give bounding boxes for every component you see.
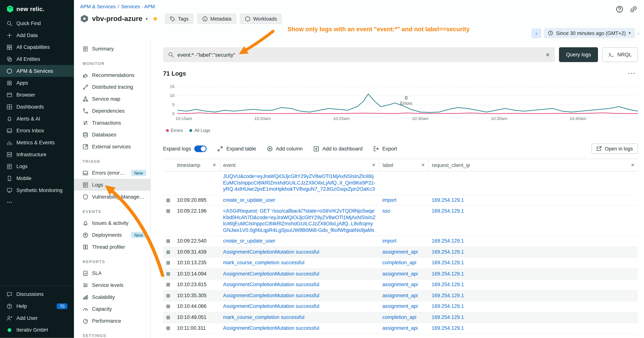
row-checkbox[interactable] (166, 315, 170, 319)
event-link[interactable]: AssignmentCompletionMutation successful (223, 271, 376, 277)
request-client-ip-link[interactable]: 169.254.129.1 (432, 282, 634, 288)
sidebar-item-discussions[interactable]: Discussions (0, 288, 74, 300)
sidebar-item-add-data[interactable]: Add Data (0, 29, 74, 41)
tags-button[interactable]: Tags (165, 14, 194, 24)
request-client-ip-link[interactable]: 169.254.129.1 (432, 292, 634, 299)
sidebar-item-more[interactable] (0, 196, 74, 208)
sidebar-item-metrics-events[interactable]: Metrics & Events (0, 136, 74, 148)
subnav-item-performance[interactable]: Performance (74, 315, 150, 327)
sidebar-item-browser[interactable]: Browser (0, 89, 74, 101)
expand-table-button[interactable]: Expand table (217, 146, 256, 152)
sidebar-item-all-capabilities[interactable]: All Capabilities (0, 41, 74, 53)
subnav-item-sla[interactable]: SLA (74, 267, 150, 279)
label-link[interactable]: import (382, 197, 425, 203)
label-link[interactable]: assignment_api (382, 325, 425, 331)
sidebar-item-infrastructure[interactable]: Infrastructure (0, 148, 74, 160)
label-link[interactable]: assignment_api (382, 249, 425, 255)
subnav-item-recommendations[interactable]: Recommendations (74, 69, 150, 81)
subnav-item-external-services[interactable]: External services (74, 141, 150, 153)
sidebar-item-logs[interactable]: Logs (0, 160, 74, 172)
sidebar-item-dashboards[interactable]: Dashboards (0, 101, 74, 113)
more-options-icon[interactable]: ··· (628, 70, 636, 77)
nrql-button[interactable]: NRQL (602, 47, 638, 62)
remove-request-client-ip-column-icon[interactable]: ✕ (628, 162, 634, 168)
request-client-ip-link[interactable]: 169.254.129.1 (432, 325, 634, 331)
export-button[interactable]: Export (373, 146, 397, 152)
add-column-button[interactable]: Add column (267, 146, 303, 152)
sidebar-item-apm-services[interactable]: APM & Services (0, 65, 74, 77)
event-link[interactable]: mark_course_completion successful (223, 260, 376, 266)
sidebar-item-add-user[interactable]: Add User (0, 312, 74, 324)
subnav-item-deployments[interactable]: DeploymentsNew (74, 229, 150, 241)
open-in-logs-button[interactable]: Open in logs (591, 144, 638, 154)
subnav-item-service-map[interactable]: Service map (74, 93, 150, 105)
event-link[interactable]: AssignmentCompletionMutation successful (223, 292, 376, 299)
request-client-ip-link[interactable]: 169.254.129.1 (432, 208, 634, 214)
label-link[interactable]: import (382, 238, 425, 244)
time-forward-button[interactable]: › (637, 30, 639, 36)
label-link[interactable]: assignment_api (382, 303, 425, 310)
clear-query-icon[interactable]: ✕ (546, 52, 550, 58)
metadata-button[interactable]: Metadata (197, 14, 236, 24)
sidebar-item-help[interactable]: Help70 (0, 300, 74, 312)
sidebar-item-alerts-ai[interactable]: Alerts & AI (0, 113, 74, 125)
row-checkbox[interactable] (166, 326, 170, 330)
entity-chevron-down-icon[interactable]: ▾ (146, 17, 148, 21)
event-link[interactable]: <ASGIRequest: GET '/sso/callback/?state=… (223, 208, 376, 233)
subnav-item-capacity[interactable]: Capacity (74, 303, 150, 315)
sidebar-item-iterativ-gmbh[interactable]: Iterativ GmbH (0, 324, 74, 336)
label-link[interactable]: assignment_api (382, 282, 425, 288)
event-link[interactable]: AssignmentCompletionMutation successful (223, 282, 376, 288)
subnav-item-summary[interactable]: Summary (74, 43, 150, 55)
sidebar-item-errors-inbox[interactable]: Errors Inbox (0, 125, 74, 137)
sidebar-item-quick-find[interactable]: Quick Find (0, 17, 74, 29)
row-checkbox[interactable] (166, 239, 170, 243)
subnav-item-distributed-tracing[interactable]: Distributed tracing (74, 81, 150, 93)
sidebar-item-all-entities[interactable]: All Entities (0, 53, 74, 65)
row-checkbox[interactable] (166, 305, 170, 308)
label-link[interactable]: assignment_api (382, 292, 425, 299)
subnav-item-errors-errors-inb[interactable]: Errors (errors inb...New (74, 167, 150, 179)
remove-timestamp-column-icon[interactable]: ✕ (210, 162, 216, 168)
legend-item-errors[interactable]: Errors (166, 128, 183, 133)
subnav-item-vulnerability-management[interactable]: Vulnerability Management (74, 191, 150, 203)
sidebar-item-synthetic-monitoring[interactable]: Synthetic Monitoring (0, 184, 74, 196)
subnav-item-service-levels[interactable]: Service levels (74, 279, 150, 291)
row-checkbox[interactable] (166, 272, 170, 276)
subnav-item-dependencies[interactable]: Dependencies (74, 105, 150, 117)
workloads-button[interactable]: Workloads (240, 14, 282, 24)
expand-logs-toggle[interactable] (194, 145, 207, 152)
label-link[interactable]: sso (382, 208, 425, 214)
time-picker[interactable]: Since 30 minutes ago (GMT+2) ▾ (544, 28, 635, 38)
label-link[interactable]: completion_api (382, 314, 425, 320)
remove-event-column-icon[interactable]: ✕ (369, 162, 376, 168)
event-link[interactable]: JUQVU&code=eyJraWQiOiJjcGltY29yZV8wOTl1M… (223, 173, 376, 193)
breadcrumb-link-apm-services[interactable]: APM & Services (80, 4, 116, 10)
sidebar-item-apps[interactable]: Apps (0, 77, 74, 89)
request-client-ip-link[interactable]: 169.254.129.1 (432, 260, 634, 266)
subnav-item-logs[interactable]: Logs (74, 179, 150, 191)
request-client-ip-link[interactable]: 169.254.129.1 (432, 249, 634, 255)
row-checkbox[interactable] (166, 294, 170, 297)
event-link[interactable]: create_or_update_user (223, 238, 376, 244)
event-link[interactable]: AssignmentCompletionMutation successful (223, 325, 376, 331)
row-checkbox[interactable] (166, 198, 170, 202)
row-checkbox[interactable] (166, 261, 170, 265)
label-link[interactable]: assignment_api (382, 271, 425, 277)
permalink-icon[interactable] (630, 6, 638, 13)
query-logs-button[interactable]: Query logs (559, 47, 598, 62)
event-link[interactable]: AssignmentCompletionMutation successful (223, 249, 376, 255)
subnav-item-issues-activity[interactable]: Issues & activity (74, 217, 150, 229)
remove-label-column-icon[interactable]: ✕ (419, 162, 425, 168)
favorite-star-icon[interactable]: ★ (152, 15, 158, 23)
label-link[interactable]: completion_api (382, 260, 425, 266)
request-client-ip-link[interactable]: 169.254.129.1 (432, 271, 634, 277)
request-client-ip-link[interactable]: 169.254.129.1 (432, 314, 634, 320)
breadcrumb-link-services-apm[interactable]: Services - APM (121, 4, 155, 10)
event-link[interactable]: mark_course_completion successful (223, 314, 376, 320)
subnav-item-scalability[interactable]: Scalability (74, 291, 150, 303)
help-circle-icon[interactable] (616, 6, 624, 13)
event-link[interactable]: AssignmentCompletionMutation successful (223, 303, 376, 310)
subnav-item-databases[interactable]: Databases (74, 129, 150, 141)
sidebar-item-mobile[interactable]: Mobile (0, 172, 74, 184)
